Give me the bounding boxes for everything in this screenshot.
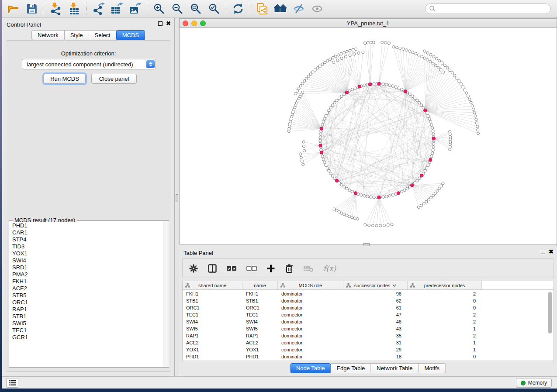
- apply-layout-button[interactable]: [231, 2, 246, 16]
- mcds-result-group: MCDS result (17 nodes) PHD1CAR1STP4TID3Y…: [9, 220, 169, 368]
- mcds-result-item[interactable]: CAR1: [12, 229, 163, 236]
- memory-button[interactable]: Memory: [516, 378, 552, 388]
- show-all-button[interactable]: [310, 2, 325, 16]
- column-header-successor-nodes[interactable]: successor nodes: [343, 281, 408, 289]
- save-floppy-icon: [26, 3, 38, 14]
- network-window-titlebar[interactable]: YPA_prune.txt_1: [180, 19, 557, 28]
- mcds-result-item[interactable]: FKH1: [12, 278, 163, 285]
- table-scrollbar[interactable]: [548, 292, 552, 334]
- table-cell: 35: [343, 333, 408, 338]
- deselect-all-columns-button[interactable]: [246, 265, 257, 272]
- mcds-result-list[interactable]: PHD1CAR1STP4TID3YOX1SWI4SRD1PMA2FKH1ACE2…: [10, 222, 163, 367]
- task-history-button[interactable]: [6, 378, 18, 388]
- table-cell: ACE2: [242, 340, 278, 345]
- column-header-name[interactable]: name: [242, 281, 278, 289]
- table-row[interactable]: ORC1ORC1dominator610: [183, 304, 554, 311]
- column-header-MCDS-role[interactable]: MCDS role: [278, 281, 343, 289]
- mcds-result-item[interactable]: ORC1: [12, 299, 163, 306]
- create-column-button[interactable]: [266, 264, 275, 273]
- table-row[interactable]: FKH1FKH1dominator962: [183, 290, 554, 297]
- table-row[interactable]: TEC1TEC1connector472: [183, 311, 554, 318]
- mcds-result-item[interactable]: ACE2: [12, 285, 163, 292]
- zoom-out-button[interactable]: [170, 2, 185, 16]
- network-canvas[interactable]: [180, 28, 557, 244]
- mcds-result-item[interactable]: RAP1: [12, 306, 163, 313]
- mcds-result-item[interactable]: PMA2: [12, 271, 163, 278]
- table-row[interactable]: STB1STB1dominator620: [183, 297, 554, 304]
- mcds-result-item[interactable]: GCR1: [12, 334, 163, 341]
- node-table: shared namenameMCDS rolesuccessor nodesp…: [182, 281, 554, 361]
- mcds-result-item[interactable]: SWI5: [12, 320, 163, 327]
- float-panel-icon[interactable]: [541, 250, 545, 254]
- close-panel-icon[interactable]: ✖: [166, 21, 171, 26]
- refresh-icon: [232, 3, 244, 14]
- table-row[interactable]: SWI4SWI4dominator462: [183, 318, 554, 325]
- table-row[interactable]: PHD1PHD1dominator180: [183, 353, 554, 360]
- table-cell: FKH1: [183, 291, 242, 296]
- tab-node-table[interactable]: Node Table: [290, 363, 331, 373]
- delete-table-button[interactable]: [303, 265, 314, 272]
- table-cell: 0: [408, 354, 482, 359]
- horizontal-splitter-handle[interactable]: [363, 243, 370, 246]
- tab-motifs[interactable]: Motifs: [419, 363, 446, 373]
- column-header-predecessor-nodes[interactable]: predecessor nodes: [408, 281, 482, 289]
- mcds-result-item[interactable]: TID3: [12, 243, 163, 250]
- zoom-in-button[interactable]: [152, 2, 166, 16]
- table-row[interactable]: YOX1YOX1connector291: [183, 346, 554, 353]
- import-network-icon: [49, 3, 62, 15]
- close-panel-button[interactable]: Close panel: [91, 74, 137, 84]
- vertical-splitter[interactable]: [175, 18, 179, 376]
- table-cell: 61: [343, 305, 408, 310]
- optimization-criterion-select[interactable]: largest connected component (undirected): [22, 59, 156, 69]
- delete-columns-button[interactable]: [285, 264, 294, 273]
- table-row[interactable]: RAP1RAP1dominator352: [183, 332, 554, 339]
- mcds-result-item[interactable]: TEC1: [12, 327, 163, 334]
- tab-edge-table[interactable]: Edge Table: [331, 363, 371, 373]
- table-settings-button[interactable]: [189, 264, 198, 273]
- run-mcds-button[interactable]: Run MCDS: [44, 74, 86, 84]
- mcds-result-item[interactable]: STP4: [12, 236, 163, 243]
- table-row[interactable]: ACE2ACE2connector311: [183, 339, 554, 346]
- tab-style[interactable]: Style: [65, 30, 89, 40]
- mcds-result-item[interactable]: SWI4: [12, 257, 163, 264]
- close-panel-icon[interactable]: ✖: [549, 250, 554, 254]
- open-file-button[interactable]: [6, 2, 21, 16]
- toggle-column-view-button[interactable]: [208, 264, 217, 273]
- zoom-selected-button[interactable]: [207, 2, 221, 16]
- mcds-list-scrollbar[interactable]: [163, 221, 168, 367]
- export-image-button[interactable]: [128, 2, 142, 16]
- import-network-button[interactable]: [48, 2, 63, 16]
- tab-network[interactable]: Network: [31, 30, 65, 40]
- table-cell: 2: [408, 319, 482, 324]
- table-cell: connector: [278, 312, 343, 317]
- table-cell: connector: [278, 347, 343, 352]
- export-network-button[interactable]: [91, 2, 106, 16]
- table-cell: ORC1: [183, 305, 242, 310]
- column-header-shared-name[interactable]: shared name: [183, 281, 242, 289]
- mcds-result-item[interactable]: PHD1: [12, 222, 163, 229]
- save-session-button[interactable]: [24, 2, 39, 16]
- column-type-icon: [185, 283, 190, 288]
- float-panel-icon[interactable]: [158, 21, 163, 26]
- import-table-button[interactable]: [67, 2, 82, 16]
- hide-selected-button[interactable]: [291, 2, 306, 16]
- table-row[interactable]: SWI5SWI5connector431: [183, 325, 554, 332]
- select-stepper-icon: [146, 60, 155, 68]
- splitter-handle[interactable]: [176, 194, 178, 202]
- mcds-result-item[interactable]: STB5: [12, 292, 163, 299]
- select-all-columns-button[interactable]: [226, 265, 237, 272]
- tab-mcds[interactable]: MCDS: [116, 30, 145, 40]
- zoom-fit-button[interactable]: [188, 2, 203, 16]
- tab-network-table[interactable]: Network Table: [371, 363, 419, 373]
- first-neighbors-button[interactable]: [273, 2, 288, 16]
- clone-network-button[interactable]: [255, 2, 270, 16]
- mcds-result-item[interactable]: STB1: [12, 313, 163, 320]
- memory-status-icon: [521, 381, 526, 385]
- mcds-result-item[interactable]: SRD1: [12, 264, 163, 271]
- search-input[interactable]: [436, 6, 547, 12]
- tab-select[interactable]: Select: [89, 30, 117, 40]
- mcds-result-item[interactable]: YOX1: [12, 250, 163, 257]
- search-box[interactable]: [425, 3, 551, 14]
- export-table-button[interactable]: [109, 2, 124, 16]
- function-builder-button[interactable]: f(x): [323, 264, 336, 273]
